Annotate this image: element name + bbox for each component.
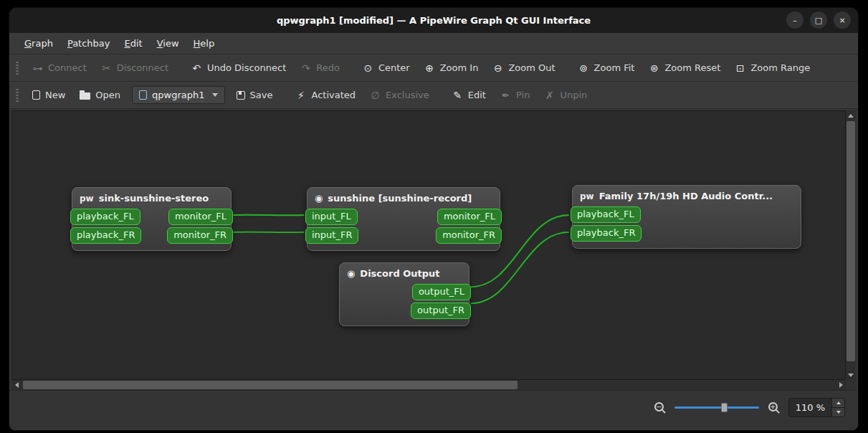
graph-canvas[interactable]: pw sink-sunshine-stereo playback_FL play… — [11, 110, 846, 380]
window-controls: – □ × — [786, 11, 851, 29]
menu-patchbay[interactable]: Patchbay — [61, 35, 117, 52]
zoom-range-button[interactable]: ⊡ Zoom Range — [728, 58, 817, 78]
scroll-right-button[interactable] — [836, 380, 846, 390]
center-label: Center — [378, 62, 410, 73]
close-icon: × — [839, 16, 845, 24]
port-playback_FR[interactable]: playback_FR — [571, 225, 642, 242]
disconnect-button[interactable]: ✂ Disconnect — [94, 58, 176, 78]
minimize-button[interactable]: – — [786, 11, 803, 29]
zoom-in-icon: ⊕ — [424, 62, 435, 74]
node-family-hd-audio[interactable]: pw Family 17h/19h HD Audio Contr... play… — [572, 185, 801, 249]
zoom-spin-down-button[interactable] — [832, 407, 844, 417]
open-label: Open — [95, 90, 120, 100]
new-label: New — [45, 90, 65, 100]
save-label: Save — [250, 90, 273, 100]
save-icon — [237, 91, 245, 100]
pin-icon: ✒ — [500, 90, 511, 101]
port-playback_FL[interactable]: playback_FL — [571, 206, 641, 223]
node-header: pw sink-sunshine-stereo — [72, 192, 231, 209]
maximize-icon: □ — [815, 16, 822, 24]
scroll-down-button[interactable] — [846, 370, 856, 380]
redo-icon: ↷ — [300, 62, 311, 74]
open-button[interactable]: Open — [72, 85, 128, 105]
zoom-out-button[interactable]: ⊖ Zoom Out — [485, 58, 562, 78]
close-button[interactable]: × — [834, 11, 851, 29]
port-monitor_FL[interactable]: monitor_FL — [437, 209, 502, 225]
record-icon: ◉ — [315, 193, 323, 204]
scroll-up-button[interactable] — [846, 110, 856, 120]
activated-icon: ⚡ — [295, 90, 306, 101]
unpin-label: Unpin — [560, 90, 587, 100]
zoom-range-label: Zoom Range — [750, 62, 810, 73]
record-icon: ◉ — [347, 268, 355, 279]
arrow-up-icon — [848, 114, 854, 118]
horizontal-scrollbar-thumb[interactable] — [23, 381, 518, 389]
zoom-in-button[interactable]: ⊕ Zoom In — [417, 58, 486, 78]
node-title-text: Discord Output — [360, 268, 439, 279]
exclusive-label: Exclusive — [386, 90, 429, 100]
statusbar: − + 110 % — [9, 390, 858, 430]
node-sink-sunshine-stereo[interactable]: pw sink-sunshine-stereo playback_FL play… — [72, 187, 232, 251]
zoom-in-label: Zoom In — [440, 62, 479, 73]
port-monitor_FR[interactable]: monitor_FR — [436, 227, 502, 244]
cable-monitor_FL-input_FL[interactable] — [233, 215, 304, 216]
horizontal-scrollbar[interactable] — [11, 380, 846, 390]
edit-button[interactable]: ✎ Edit — [445, 85, 493, 105]
zoom-out-label: Zoom Out — [508, 62, 555, 73]
undo-disconnect-button[interactable]: ↶ Undo Disconnect — [184, 58, 293, 78]
zoom-value[interactable]: 110 % — [789, 399, 831, 417]
pin-button[interactable]: ✒ Pin — [493, 85, 537, 105]
vertical-scrollbar[interactable] — [846, 110, 856, 380]
maximize-button[interactable]: □ — [810, 11, 827, 29]
scroll-left-button[interactable] — [11, 380, 22, 390]
toolbar-grip[interactable] — [16, 62, 19, 75]
node-sunshine-record[interactable]: ◉ sunshine [sunshine-record] input_FL in… — [307, 187, 500, 251]
disconnect-label: Disconnect — [117, 62, 168, 73]
menu-graph[interactable]: Graph — [18, 35, 59, 52]
zoom-slider-track[interactable] — [674, 406, 759, 409]
app-window: qpwgraph1 [modified] — A PipeWire Graph … — [9, 7, 859, 431]
activated-button[interactable]: ⚡ Activated — [288, 85, 363, 105]
connect-button[interactable]: ⊶ Connect — [25, 58, 94, 78]
port-output_FL[interactable]: output_FL — [412, 284, 471, 300]
zoom-reset-button[interactable]: ⊛ Zoom Reset — [642, 58, 728, 78]
zoom-slider-handle[interactable] — [721, 403, 728, 412]
graph-toolbar: ⊶ Connect ✂ Disconnect ↶ Undo Disconnect… — [9, 54, 858, 82]
pin-label: Pin — [516, 90, 530, 100]
port-input_FL[interactable]: input_FL — [305, 209, 358, 225]
connect-icon: ⊶ — [32, 62, 43, 74]
edit-pencil-icon: ✎ — [452, 90, 463, 101]
zoom-slider[interactable] — [674, 401, 759, 414]
activated-label: Activated — [311, 90, 356, 100]
node-discord-output[interactable]: ◉ Discord Output output_FL output_FR — [339, 262, 469, 326]
save-button[interactable]: Save — [229, 85, 280, 105]
zoom-spin-up-button[interactable] — [832, 399, 844, 407]
port-input_FR[interactable]: input_FR — [305, 227, 358, 244]
menu-view[interactable]: View — [151, 35, 186, 52]
patchbay-select-value: qpwgraph1 — [152, 90, 204, 100]
titlebar[interactable]: qpwgraph1 [modified] — A PipeWire Graph … — [9, 8, 858, 33]
center-icon: ⊙ — [363, 62, 373, 74]
port-output_FR[interactable]: output_FR — [411, 303, 471, 319]
minimize-icon: – — [793, 16, 797, 24]
port-monitor_FR[interactable]: monitor_FR — [167, 227, 233, 244]
port-monitor_FL[interactable]: monitor_FL — [168, 209, 233, 225]
port-playback_FL[interactable]: playback_FL — [70, 209, 140, 225]
unpin-button[interactable]: ✗ Unpin — [537, 85, 594, 105]
zoom-fit-button[interactable]: ⊚ Zoom Fit — [571, 58, 642, 78]
menu-edit[interactable]: Edit — [118, 35, 149, 52]
center-button[interactable]: ⊙ Center — [356, 58, 417, 78]
exclusive-button[interactable]: ∅ Exclusive — [363, 85, 437, 105]
patchbay-select[interactable]: qpwgraph1 — [132, 86, 224, 104]
redo-button[interactable]: ↷ Redo — [293, 58, 347, 78]
zoom-fit-label: Zoom Fit — [594, 62, 635, 73]
port-playback_FR[interactable]: playback_FR — [70, 227, 141, 244]
new-button[interactable]: New — [25, 85, 72, 105]
toolbar-grip[interactable] — [16, 89, 19, 102]
zoom-spinbox[interactable]: 110 % — [788, 398, 845, 417]
pipewire-icon: pw — [580, 191, 594, 201]
cable-monitor_FR-input_FR[interactable] — [233, 232, 304, 233]
plus-glyph: + — [768, 402, 778, 411]
vertical-scrollbar-thumb[interactable] — [846, 121, 855, 361]
menu-help[interactable]: Help — [187, 35, 221, 52]
